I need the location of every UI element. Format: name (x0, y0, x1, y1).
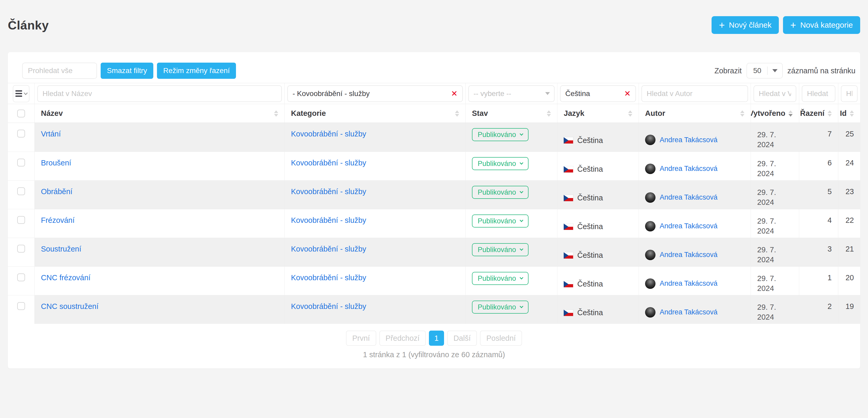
author-link[interactable]: Andrea Takácsová (660, 222, 718, 230)
avatar (645, 135, 655, 145)
row-checkbox[interactable] (17, 159, 25, 167)
status-label: Publikováno (478, 131, 516, 139)
filter-cell-language: Čeština ✕ (557, 83, 639, 104)
row-checkbox[interactable] (17, 302, 25, 310)
status-badge[interactable]: Publikováno (472, 128, 529, 141)
author-link[interactable]: Andrea Takácsová (660, 136, 718, 144)
new-article-button[interactable]: + Nový článek (712, 16, 779, 34)
author-link[interactable]: Andrea Takácsová (660, 193, 718, 202)
select-all-cell (8, 104, 35, 123)
article-link[interactable]: Obrábění (41, 187, 72, 196)
created-filter-input[interactable] (753, 85, 796, 102)
reorder-mode-button[interactable]: Režim změny řazení (157, 63, 236, 79)
status-filter-select[interactable]: -- vyberte -- (468, 85, 555, 102)
author-cell: Andrea Takácsová (639, 152, 751, 180)
column-header-category[interactable]: Kategorie (285, 104, 466, 123)
row-checkbox[interactable] (17, 130, 25, 138)
select-all-checkbox[interactable] (17, 110, 25, 117)
page-button[interactable]: Předchozí (379, 331, 426, 346)
article-link[interactable]: Broušení (41, 159, 71, 167)
id-filter-input[interactable] (841, 85, 858, 102)
filter-cell-menu (8, 83, 35, 104)
clear-filter-icon[interactable]: ✕ (624, 90, 631, 97)
name-cell: Vrtání (35, 123, 285, 152)
category-link[interactable]: Kovoobrábění - služby (291, 245, 366, 253)
status-badge[interactable]: Publikováno (472, 272, 529, 285)
category-link[interactable]: Kovoobrábění - služby (291, 273, 366, 282)
status-badge[interactable]: Publikováno (472, 157, 529, 170)
article-link[interactable]: CNC soustružení (41, 302, 98, 310)
status-cell: Publikováno (466, 152, 557, 180)
name-cell: CNC soustružení (35, 295, 285, 324)
clear-filter-icon[interactable]: ✕ (451, 90, 458, 97)
created-time: 15:09:00 (763, 179, 793, 180)
avatar (645, 163, 655, 174)
author-link[interactable]: Andrea Takácsová (660, 251, 718, 259)
article-link[interactable]: CNC frézování (41, 273, 91, 282)
name-filter-input[interactable] (37, 85, 282, 102)
author-link[interactable]: Andrea Takácsová (660, 165, 718, 173)
row-checkbox[interactable] (17, 187, 25, 195)
author-cell: Andrea Takácsová (639, 295, 751, 324)
global-search-input[interactable] (22, 63, 97, 79)
column-header-language[interactable]: Jazyk (557, 104, 639, 123)
language-label: Čeština (577, 136, 603, 145)
page-button[interactable]: 1 (429, 331, 444, 346)
column-header-author[interactable]: Autor (639, 104, 751, 123)
created-cell: 29. 7. 202415:08:00 (751, 295, 799, 324)
filter-menu-button[interactable] (13, 85, 29, 102)
status-badge[interactable]: Publikováno (472, 301, 529, 314)
table-row: BroušeníKovoobrábění - službyPublikováno… (8, 152, 860, 180)
id-cell: 19 (838, 295, 860, 324)
status-badge[interactable]: Publikováno (472, 186, 529, 199)
column-header-created[interactable]: Vytvořeno (751, 104, 799, 123)
category-link[interactable]: Kovoobrábění - služby (291, 302, 366, 310)
category-filter-chip[interactable]: - Kovoobrábění - služby ✕ (287, 85, 463, 102)
author-filter-input[interactable] (642, 85, 748, 102)
avatar (645, 221, 655, 232)
row-checkbox[interactable] (17, 216, 25, 224)
language-cell: Čeština (557, 238, 639, 266)
column-header-name[interactable]: Název (35, 104, 285, 123)
category-link[interactable]: Kovoobrábění - služby (291, 159, 366, 167)
language-filter-chip[interactable]: Čeština ✕ (560, 85, 636, 102)
new-category-button[interactable]: + Nová kategorie (783, 16, 860, 34)
sort-icon (628, 110, 632, 117)
column-header-order[interactable]: Řazení (799, 104, 838, 123)
clear-filters-button[interactable]: Smazat filtry (101, 63, 153, 79)
column-header-status[interactable]: Stav (466, 104, 557, 123)
page-button[interactable]: Poslední (480, 331, 522, 346)
status-badge[interactable]: Publikováno (472, 243, 529, 256)
created-date: 29. 7. 2024 (757, 273, 793, 294)
created-time: 15:08:00 (763, 265, 793, 266)
row-checkbox[interactable] (17, 245, 25, 252)
plus-icon: + (719, 20, 724, 30)
new-category-label: Nová kategorie (800, 21, 853, 29)
created-date: 29. 7. 2024 (757, 159, 793, 179)
category-link[interactable]: Kovoobrábění - služby (291, 216, 366, 225)
status-cell: Publikováno (466, 209, 557, 238)
category-link[interactable]: Kovoobrábění - služby (291, 187, 366, 196)
created-date: 29. 7. 2024 (757, 216, 793, 236)
category-link[interactable]: Kovoobrábění - služby (291, 130, 366, 138)
author-link[interactable]: Andrea Takácsová (660, 308, 718, 316)
sort-icon (274, 110, 278, 117)
article-link[interactable]: Frézování (41, 216, 74, 225)
filter-cell-order (799, 83, 838, 104)
article-link[interactable]: Vrtání (41, 130, 61, 138)
column-header-id[interactable]: Id (838, 104, 860, 123)
order-cell: 4 (799, 209, 838, 238)
author-link[interactable]: Andrea Takácsová (660, 279, 718, 288)
language-cell: Čeština (557, 152, 639, 180)
chevron-down-icon (520, 218, 523, 222)
row-checkbox[interactable] (17, 273, 25, 281)
per-page-select[interactable]: 50 (746, 63, 783, 79)
article-link[interactable]: Soustružení (41, 245, 81, 253)
plus-icon: + (790, 20, 796, 30)
czech-flag-icon (564, 195, 573, 201)
status-badge[interactable]: Publikováno (472, 214, 529, 228)
page-button[interactable]: První (346, 331, 376, 346)
page-button[interactable]: Další (447, 331, 477, 346)
order-filter-input[interactable] (802, 85, 835, 102)
author-cell: Andrea Takácsová (639, 267, 751, 295)
